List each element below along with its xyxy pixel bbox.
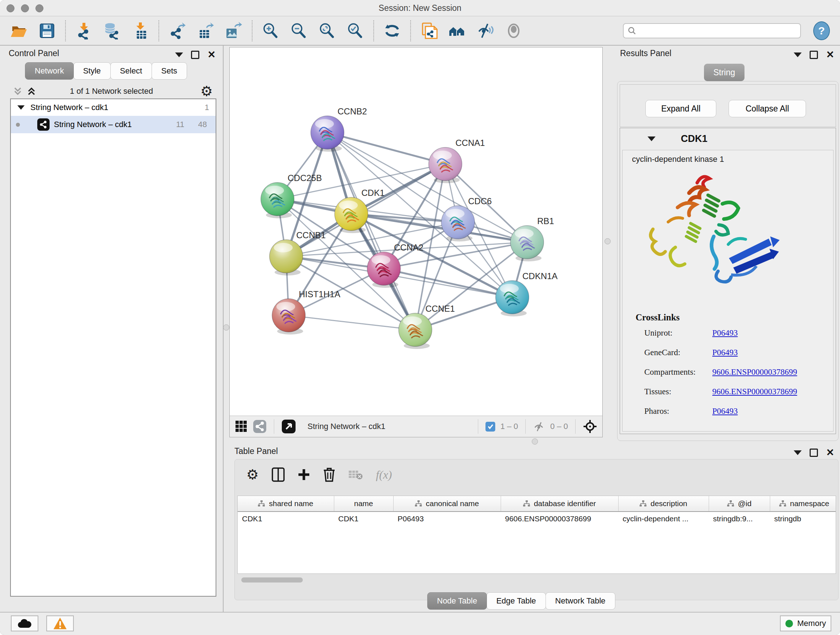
graph-node-label: CDC6 (468, 196, 492, 206)
graph-edge[interactable] (289, 315, 415, 330)
export-image-icon[interactable] (225, 22, 242, 40)
column-header[interactable]: name (334, 496, 393, 511)
save-session-icon[interactable] (38, 22, 56, 40)
show-all-views-icon[interactable] (448, 22, 466, 40)
delete-column-icon[interactable] (323, 467, 335, 482)
table-row[interactable]: CDK1 CDK1 P06493 9606.ENSP00000378699 cy… (238, 511, 836, 526)
left-splitter-handle[interactable] (223, 325, 229, 331)
node-table[interactable]: shared name name canonical name database… (237, 496, 836, 574)
selected-node-edge-count: 1 – 0 (500, 422, 518, 431)
tab-select[interactable]: Select (111, 62, 152, 80)
show-hidden-icon[interactable] (505, 22, 523, 40)
network-type-icon (37, 119, 50, 131)
warnings-button[interactable] (46, 616, 74, 631)
table-cell[interactable]: P06493 (393, 511, 501, 526)
control-panel: Control Panel ✕ Network Style Select Set… (0, 46, 224, 612)
node-table-box: ⚙ f(x) shared name name canonical name d… (234, 459, 838, 600)
crosslink-link[interactable]: P06493 (712, 328, 737, 348)
column-header[interactable]: database identifier (501, 496, 618, 511)
crosslink-link[interactable]: 9606.ENSP00000378699 (712, 387, 797, 407)
hidden-items-icon[interactable] (533, 420, 545, 432)
close-panel-icon[interactable]: ✕ (207, 50, 216, 60)
results-buttons-box: Expand All Collapse All (620, 84, 836, 127)
show-columns-icon[interactable] (272, 467, 285, 482)
import-network-database-icon[interactable] (103, 22, 121, 40)
grid-view-icon[interactable] (235, 420, 248, 433)
column-type-icon (258, 500, 265, 507)
network-view[interactable]: CCNB2CCNA1CDC25BCDK1CDC6RB1CCNB1CCNA2CDK… (229, 47, 603, 437)
refresh-view-icon[interactable] (384, 22, 401, 40)
column-header[interactable]: description (618, 496, 709, 511)
help-icon[interactable]: ? (813, 21, 830, 40)
crosslink-link[interactable]: 9606.ENSP00000378699 (712, 367, 797, 387)
network-view-toolbar: String Network – cdk1 1 – 0 0 – 0 (230, 416, 602, 437)
network-edge-count: 48 (198, 120, 207, 129)
bottom-splitter-handle[interactable] (532, 439, 538, 445)
column-type-icon (523, 500, 531, 507)
add-column-icon[interactable] (298, 469, 310, 481)
panel-menu-icon[interactable] (175, 52, 183, 57)
tab-style[interactable]: Style (73, 62, 111, 80)
expand-all-button[interactable]: Expand All (645, 100, 716, 117)
zoom-out-icon[interactable] (290, 22, 308, 40)
float-panel-icon[interactable] (810, 448, 818, 457)
selected-items-checkbox-icon[interactable] (485, 422, 495, 432)
table-options-gear-icon[interactable]: ⚙ (246, 468, 259, 481)
tab-network[interactable]: Network (25, 62, 74, 80)
import-table-file-icon[interactable] (132, 22, 149, 40)
network-row-selected[interactable]: String Network – cdk1 11 48 (11, 116, 216, 133)
zoom-selected-icon[interactable] (347, 22, 364, 40)
table-cell[interactable]: cyclin-dependent ... (618, 511, 709, 526)
column-header[interactable]: canonical name (393, 496, 501, 511)
zoom-fit-icon[interactable] (318, 22, 336, 40)
table-cell[interactable]: CDK1 (334, 511, 393, 526)
tab-node-table[interactable]: Node Table (427, 592, 487, 610)
close-panel-icon[interactable]: ✕ (826, 448, 834, 458)
tab-string[interactable]: String (704, 64, 745, 81)
table-cell[interactable]: stringdb (770, 511, 836, 526)
open-session-icon[interactable] (10, 22, 27, 40)
fit-content-crosshair-icon[interactable] (583, 419, 597, 434)
collection-expand-icon[interactable] (17, 105, 25, 110)
export-table-icon[interactable] (197, 22, 214, 40)
network-collection-row[interactable]: String Network – cdk1 1 (11, 99, 216, 116)
column-header[interactable]: @id (709, 496, 770, 511)
table-cell[interactable]: CDK1 (238, 511, 334, 526)
table-cell[interactable]: stringdb:9... (709, 511, 770, 526)
detach-view-icon[interactable] (281, 419, 296, 434)
float-panel-icon[interactable] (810, 51, 818, 59)
cloud-status-button[interactable] (11, 616, 38, 631)
gene-collapse-icon[interactable] (647, 136, 655, 141)
tab-network-table[interactable]: Network Table (546, 592, 615, 610)
export-network-icon[interactable] (169, 22, 186, 40)
tab-sets[interactable]: Sets (152, 62, 187, 80)
float-panel-icon[interactable] (191, 51, 199, 59)
zoom-in-icon[interactable] (262, 22, 279, 40)
import-network-file-icon[interactable] (75, 22, 93, 40)
table-cell[interactable]: 9606.ENSP00000378699 (501, 511, 618, 526)
network-options-gear-icon[interactable]: ⚙ (201, 84, 213, 98)
horizontal-scrollbar[interactable] (241, 578, 303, 583)
crosslink-link[interactable]: P06493 (712, 348, 737, 367)
tab-edge-table[interactable]: Edge Table (486, 592, 546, 610)
column-header[interactable]: shared name (238, 496, 334, 511)
toolbar-separator (478, 419, 478, 434)
search-input[interactable] (623, 23, 801, 38)
panel-menu-icon[interactable] (794, 52, 802, 57)
panel-menu-icon[interactable] (794, 450, 802, 455)
network-overview-icon[interactable] (253, 420, 267, 433)
crosslink-link[interactable]: P06493 (712, 407, 737, 426)
right-splitter-handle[interactable] (605, 238, 611, 244)
collapse-all-button[interactable]: Collapse All (729, 100, 806, 117)
memory-button[interactable]: Memory (780, 616, 831, 631)
column-header[interactable]: namespace (770, 496, 836, 511)
clone-network-icon[interactable] (420, 22, 438, 40)
close-panel-icon[interactable]: ✕ (826, 50, 834, 60)
results-panel-title: Results Panel (620, 49, 671, 58)
graph-edge[interactable] (384, 269, 512, 297)
toolbar-separator (525, 419, 526, 434)
network-graph[interactable]: CCNB2CCNA1CDC25BCDK1CDC6RB1CCNB1CCNA2CDK… (230, 48, 602, 416)
column-type-icon (415, 500, 422, 507)
hide-selected-icon[interactable] (477, 22, 494, 40)
application-window: Session: New Session (0, 0, 840, 635)
